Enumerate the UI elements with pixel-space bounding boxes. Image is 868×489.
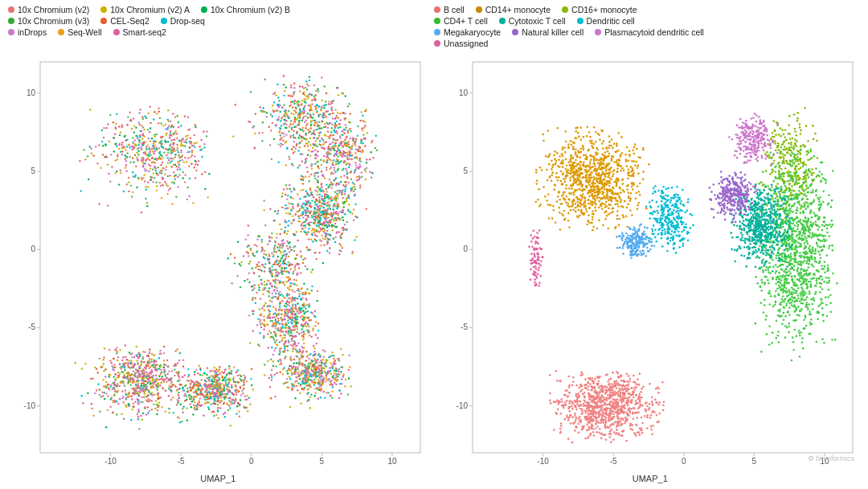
legend-item: Drop-seq [161, 16, 205, 26]
legend-dot [100, 6, 107, 13]
legend-item: Cytotoxic T cell [499, 16, 566, 26]
legend-dot [434, 29, 440, 35]
legend-row: 10x Chromium (v3)CEL-Seq2Drop-seq [8, 16, 434, 26]
left-plot-area: UMAP_1 [4, 50, 432, 485]
right-plot-wrapper: UMAP_2 UMAP_1 ⚙bioinformics [436, 50, 865, 485]
legend-label: 10x Chromium (v3) [18, 16, 89, 26]
legend-dot [8, 6, 14, 13]
legend-row: 10x Chromium (v2)10x Chromium (v2) A10x … [8, 5, 434, 14]
legend-row: B cellCD14+ monocyteCD16+ monocyte [434, 5, 860, 14]
legend-label: CD4+ T cell [444, 16, 488, 26]
legend-label: Seq-Well [68, 27, 101, 37]
legend-item: 10x Chromium (v2) A [100, 5, 190, 14]
legend-label: 10x Chromium (v2) B [211, 5, 290, 14]
legend-item: Unassigned [434, 39, 488, 48]
legend-dot [562, 6, 568, 13]
legend-dot [434, 18, 440, 24]
legend-dot [201, 6, 207, 13]
legend-item: 10x Chromium (v2) B [201, 5, 290, 14]
legend-label: 10x Chromium (v2) [18, 5, 89, 14]
legend-item: CD16+ monocyte [562, 5, 637, 14]
legend-label: CD16+ monocyte [571, 5, 637, 14]
legend-item: CD14+ monocyte [476, 5, 551, 14]
legend-item: Plasmacytoid dendritic cell [595, 27, 704, 37]
plots-container: UMAP_2 UMAP_1 UMAP_2 UMAP_1 ⚙bioinformic… [0, 50, 868, 489]
legend-dot [113, 29, 120, 35]
watermark: ⚙bioinformics [808, 454, 854, 462]
legend-label: Drop-seq [170, 16, 205, 26]
legend-label: Plasmacytoid dendritic cell [604, 27, 704, 37]
legend-dot [161, 18, 167, 24]
legend-item: CD4+ T cell [434, 16, 488, 26]
legend-dot [8, 18, 14, 24]
legend-item: Natural killer cell [512, 27, 583, 37]
right-x-axis-label: UMAP_1 [633, 474, 668, 483]
legend-label: Dendritic cell [587, 16, 635, 26]
legend-dot [499, 18, 506, 24]
legend-label: 10x Chromium (v2) A [110, 5, 190, 14]
legend-dot [8, 29, 14, 35]
legend-label: Cytotoxic T cell [509, 16, 566, 26]
legends-container: 10x Chromium (v2)10x Chromium (v2) A10x … [0, 0, 868, 50]
legend-item: Dendritic cell [577, 16, 635, 26]
legend-item: B cell [434, 5, 465, 14]
legend-label: Smart-seq2 [123, 27, 166, 37]
right-scatter-plot [452, 58, 857, 465]
legend-dot [434, 6, 440, 13]
legend-item: 10x Chromium (v2) [8, 5, 89, 14]
legend-item: CEL-Seq2 [100, 16, 149, 26]
main-container: 10x Chromium (v2)10x Chromium (v2) A10x … [0, 0, 868, 489]
legend-item: inDrops [8, 27, 47, 37]
legend-row: inDropsSeq-WellSmart-seq2 [8, 27, 434, 37]
right-plot-area: UMAP_1 ⚙bioinformics [436, 50, 865, 485]
legend-dot [512, 29, 518, 35]
legend-label: Megakaryocyte [444, 27, 501, 37]
legend-dot [476, 6, 482, 13]
legend-item: 10x Chromium (v3) [8, 16, 89, 26]
legend-row: CD4+ T cellCytotoxic T cellDendritic cel… [434, 16, 860, 26]
legend-dot [577, 18, 583, 24]
legend-item: Megakaryocyte [434, 27, 501, 37]
legend-row: MegakaryocyteNatural killer cellPlasmacy… [434, 27, 860, 37]
left-scatter-plot [20, 58, 424, 465]
legend-label: B cell [444, 5, 465, 14]
legend-item: Smart-seq2 [113, 27, 166, 37]
left-x-axis-label: UMAP_1 [200, 474, 235, 483]
legend-row: Unassigned [434, 39, 860, 48]
legend-dot [434, 40, 440, 47]
legend-dot [100, 18, 107, 24]
legend-dot [595, 29, 601, 35]
legend-dot [58, 29, 64, 35]
legend-label: inDrops [18, 27, 47, 37]
legend-item: Seq-Well [58, 27, 101, 37]
left-legend: 10x Chromium (v2)10x Chromium (v2) A10x … [8, 5, 434, 48]
legend-label: CD14+ monocyte [485, 5, 551, 14]
legend-label: CEL-Seq2 [110, 16, 149, 26]
right-legend: B cellCD14+ monocyteCD16+ monocyteCD4+ T… [434, 5, 860, 48]
left-plot-wrapper: UMAP_2 UMAP_1 [4, 50, 432, 485]
legend-label: Natural killer cell [522, 27, 583, 37]
legend-label: Unassigned [444, 39, 488, 48]
